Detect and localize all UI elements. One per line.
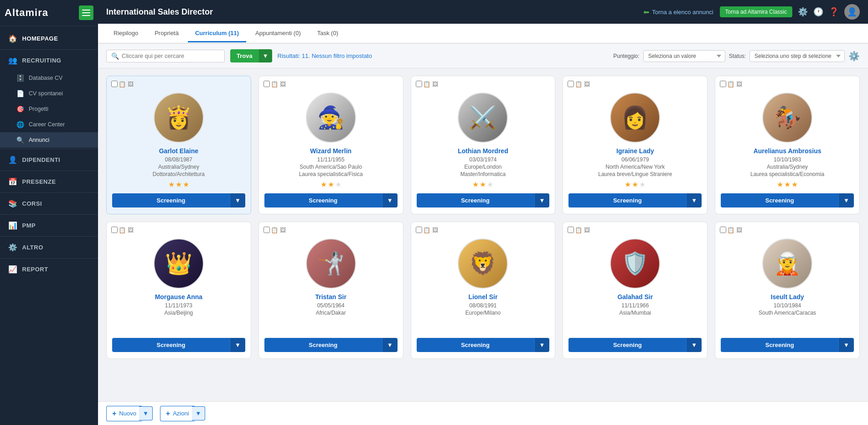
tab-task[interactable]: Task (0): [310, 25, 346, 42]
candidate-name[interactable]: Iseult Lady: [771, 293, 804, 301]
azioni-dropdown-button[interactable]: ▼: [192, 406, 206, 420]
candidate-location: South America/Sao Paulo: [300, 164, 362, 170]
back-link[interactable]: ⬅ Torna a elenco annunci: [643, 8, 713, 16]
screening-button[interactable]: Screening: [417, 193, 534, 207]
screening-button[interactable]: Screening: [568, 338, 686, 352]
classic-btn[interactable]: Torna ad Altamira Classic: [720, 6, 792, 17]
card-checkbox[interactable]: [720, 81, 726, 87]
topbar: International Sales Director ⬅ Torna a e…: [98, 0, 868, 24]
nuovo-dropdown-button[interactable]: ▼: [139, 406, 153, 420]
sidebar-label-pmp: PMP: [22, 222, 36, 229]
candidate-avatar: 🏇: [762, 93, 812, 143]
dipendenti-icon: 👤: [8, 155, 18, 164]
card-checkbox[interactable]: [416, 227, 422, 233]
sidebar-item-annunci[interactable]: 🔍 Annunci: [0, 132, 98, 148]
search-input[interactable]: [122, 52, 220, 59]
find-dropdown-button[interactable]: ▼: [259, 49, 272, 62]
screening-dropdown-button[interactable]: ▼: [838, 193, 854, 207]
card-checkbox[interactable]: [568, 81, 574, 87]
card-doc-icon: 📋: [423, 81, 430, 88]
sidebar-item-career-center[interactable]: 🌐 Career Center: [0, 117, 98, 132]
sidebar-nav: 🏠 HOMEPAGE 👥 RECRUITING 🗄️ Database CV 📄…: [0, 26, 98, 282]
candidate-name[interactable]: Lothian Mordred: [458, 147, 508, 155]
sidebar-item-pmp[interactable]: 📊 PMP: [0, 216, 98, 235]
history-icon-btn[interactable]: 🕐: [813, 7, 823, 17]
card-checkbox[interactable]: [264, 227, 270, 233]
nuovo-button[interactable]: + Nuovo: [106, 406, 142, 421]
candidate-name[interactable]: Lionel Sir: [469, 293, 498, 301]
screening-dropdown-button[interactable]: ▼: [534, 338, 550, 352]
screening-dropdown-button[interactable]: ▼: [382, 338, 398, 352]
plus-icon: +: [112, 409, 116, 418]
screening-button[interactable]: Screening: [568, 193, 686, 207]
sidebar-item-database-cv[interactable]: 🗄️ Database CV: [0, 70, 98, 86]
sidebar-divider-7: [0, 258, 98, 259]
sidebar-item-cv-spontanei[interactable]: 📄 CV spontanei: [0, 86, 98, 101]
screening-button[interactable]: Screening: [721, 193, 838, 207]
avatar-emoji: 🧝: [774, 253, 801, 275]
sidebar-item-presenze[interactable]: 📅 PRESENZE: [0, 172, 98, 192]
main-content: International Sales Director ⬅ Torna a e…: [98, 0, 868, 425]
azioni-plus-icon: +: [166, 409, 170, 418]
user-avatar[interactable]: 👤: [844, 4, 860, 20]
candidate-name[interactable]: Igraine Lady: [616, 147, 654, 155]
settings-icon-btn[interactable]: ⚙️: [798, 7, 808, 17]
screening-dropdown-button[interactable]: ▼: [382, 193, 398, 207]
screening-button[interactable]: Screening: [264, 338, 382, 352]
card-checkbox[interactable]: [264, 81, 270, 87]
tab-riepilogo[interactable]: Riepilogo: [106, 25, 145, 42]
screening-button[interactable]: Screening: [112, 338, 230, 352]
screening-dropdown-button[interactable]: ▼: [534, 193, 550, 207]
search-input-wrap[interactable]: 🔍: [106, 50, 225, 62]
tab-proprieta[interactable]: Proprietà: [147, 25, 186, 42]
card-checkbox[interactable]: [416, 81, 422, 87]
find-button[interactable]: Trova: [230, 49, 259, 62]
screening-btn-wrap: Screening ▼: [112, 193, 245, 207]
card-checkbox[interactable]: [720, 227, 726, 233]
screening-button[interactable]: Screening: [112, 193, 230, 207]
candidates-grid-row2: 📋 🖼 👑 Morgause Anna 11/11/1973 Asia/Beij…: [106, 222, 860, 359]
card-checkbox[interactable]: [111, 81, 118, 87]
sidebar-item-dipendenti[interactable]: 👤 DIPENDENTI: [0, 150, 98, 170]
azioni-button[interactable]: + Azioni: [160, 406, 195, 421]
candidate-name[interactable]: Aurelianus Ambrosius: [754, 147, 822, 155]
menu-toggle-button[interactable]: [79, 5, 93, 20]
candidate-name[interactable]: Wizard Merlin: [310, 147, 351, 155]
sidebar-item-progetti[interactable]: 🎯 Progetti: [0, 101, 98, 117]
sidebar-item-homepage[interactable]: 🏠 HOMEPAGE: [0, 29, 98, 48]
candidate-location: Europe/Milano: [465, 310, 501, 316]
card-checkbox[interactable]: [568, 227, 574, 233]
database-icon: 🗄️: [16, 74, 24, 82]
candidate-name[interactable]: Galahad Sir: [617, 293, 653, 301]
tab-appuntamenti[interactable]: Appuntamenti (0): [248, 25, 308, 42]
card-doc-icon: 📋: [727, 227, 734, 233]
avatar-emoji: 🤺: [317, 253, 345, 275]
candidate-location: North America/New York: [605, 164, 665, 170]
sidebar-item-corsi[interactable]: 📚 CORSI: [0, 194, 98, 213]
candidate-name[interactable]: Morgause Anna: [155, 293, 203, 301]
screening-button[interactable]: Screening: [417, 338, 534, 352]
filter-settings-icon[interactable]: ⚙️: [848, 51, 860, 62]
candidate-education: [178, 317, 179, 323]
screening-button[interactable]: Screening: [721, 338, 838, 352]
screening-dropdown-button[interactable]: ▼: [230, 193, 245, 207]
sidebar-item-altro[interactable]: ⚙️ ALTRO: [0, 238, 98, 257]
screening-button[interactable]: Screening: [264, 193, 382, 207]
sidebar-item-report[interactable]: 📈 REPORT: [0, 259, 98, 279]
screening-dropdown-button[interactable]: ▼: [686, 338, 702, 352]
candidate-location: South America/Caracas: [759, 310, 816, 316]
screening-dropdown-button[interactable]: ▼: [230, 338, 245, 352]
status-select[interactable]: Seleziona uno step di selezione: [749, 50, 845, 62]
screening-dropdown-button[interactable]: ▼: [686, 193, 702, 207]
card-checkbox[interactable]: [111, 227, 118, 233]
star-filled: ★: [320, 180, 327, 189]
candidate-name[interactable]: Tristan Sir: [315, 293, 346, 301]
punteggio-select[interactable]: Seleziona un valore: [643, 50, 725, 62]
sidebar-item-recruiting[interactable]: 👥 RECRUITING: [0, 51, 98, 70]
back-label: Torna a elenco annunci: [652, 9, 713, 16]
screening-dropdown-button[interactable]: ▼: [838, 338, 854, 352]
tab-curriculum[interactable]: Curriculum (11): [188, 25, 246, 42]
help-icon-btn[interactable]: ❓: [829, 7, 839, 17]
card-img-icon: 🖼: [432, 227, 438, 233]
candidate-name[interactable]: Garlot Elaine: [159, 147, 198, 155]
